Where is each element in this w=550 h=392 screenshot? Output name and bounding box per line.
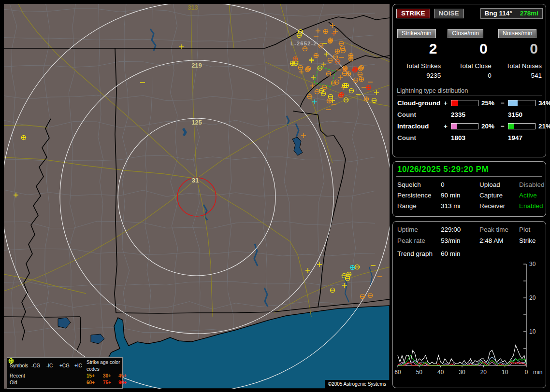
svg-text:20: 20 (529, 294, 536, 301)
svg-text:50: 50 (416, 369, 423, 376)
noises-column: Noises/min 0 Total Noises 541 (498, 28, 542, 79)
legend-col-neg-cg: -CG (31, 363, 46, 369)
peak-time-value: 2:48 AM (479, 237, 519, 244)
strike-stats-panel: STRIKE NOISE Bng 114° 278mi Strikes/min … (392, 4, 546, 157)
bearing-range-badge: Bng 114° 278mi (480, 8, 543, 19)
persistence-value: 90 min (441, 192, 479, 199)
svg-text:L-2652-2: L-2652-2 (290, 41, 317, 46)
squelch-value: 0 (441, 181, 479, 188)
cg-plus-count: 2335 (451, 111, 479, 118)
ic-minus-percent: 21% (536, 123, 550, 130)
noises-per-min-chip[interactable]: Noises/min (498, 29, 537, 38)
uptime-value: 229:00 (441, 226, 479, 233)
strikes-per-min-value: 2 (397, 41, 441, 56)
age-code-90: 90+ (118, 379, 133, 386)
cg-minus-sign: − (501, 99, 508, 107)
cg-plus-sign: + (444, 99, 451, 107)
ic-minus-sign: − (501, 123, 508, 130)
total-close-value: 0 (448, 72, 491, 79)
ic-plus-sign: + (444, 123, 451, 130)
capture-value: Active (519, 192, 545, 199)
receiver-label: Receiver (479, 202, 519, 210)
age-code-30: 30+ (103, 373, 118, 379)
ic-count-label: Count (397, 134, 444, 141)
svg-text:40: 40 (437, 369, 444, 376)
svg-text:125: 125 (191, 119, 202, 126)
total-noises-label: Total Noises (498, 62, 542, 70)
svg-text:31: 31 (192, 177, 199, 184)
cg-minus-percent: 34% (536, 99, 550, 107)
uptime-label: Uptime (397, 226, 441, 233)
svg-text:0: 0 (525, 369, 528, 376)
noise-mode-button[interactable]: NOISE (434, 9, 464, 18)
strikes-column: Strikes/min 2 Total Strikes 9235 (397, 28, 441, 79)
map-canvas: 31321912531L-2652-2 (4, 4, 390, 389)
legend-row-old-label: Old (10, 379, 31, 386)
upload-value: Disabled (519, 181, 545, 188)
svg-text:60: 60 (394, 369, 401, 376)
legend-age-header: Strike age color codes (87, 359, 133, 373)
ic-plus-count: 1803 (451, 134, 479, 141)
close-per-min-value: 0 (448, 41, 491, 56)
legend-row-recent-label: Recent (10, 373, 31, 379)
datetime-display: 10/26/2025 5:29:20 PM (396, 164, 542, 177)
legend-col-pos-ic: +IC (74, 363, 87, 369)
total-close-label: Total Close (448, 62, 491, 70)
legend-col-neg-ic: -IC (46, 363, 59, 369)
trend-graph-label: Trend graph (397, 250, 441, 257)
age-code-15: 15+ (87, 373, 103, 379)
range-value: 278mi (520, 10, 538, 17)
peak-rate-label: Peak rate (397, 237, 441, 244)
total-noises-value: 541 (498, 72, 542, 79)
intracloud-label: Intracloud (397, 123, 444, 130)
strike-mode-button[interactable]: STRIKE (396, 9, 430, 18)
svg-text:10: 10 (529, 328, 536, 335)
cloud-ground-label: Cloud-ground (397, 99, 444, 107)
age-code-45: 45+ (118, 373, 133, 379)
strikes-per-min-chip[interactable]: Strikes/min (397, 29, 436, 38)
ic-plus-bar (451, 123, 478, 129)
age-code-60: 60+ (87, 379, 103, 386)
receiver-value: Enabled (519, 202, 545, 210)
range-label: Range (397, 202, 441, 210)
copyright-notice: ©2005 Astrogenic Systems (325, 380, 390, 389)
trend-graph: 1020306050403020100min (393, 258, 546, 387)
age-code-75: 75+ (103, 379, 118, 386)
capture-label: Capture (479, 192, 519, 199)
peak-time-label: Peak time (479, 226, 519, 233)
cg-count-label: Count (397, 111, 444, 118)
ic-plus-percent: 20% (479, 123, 501, 130)
close-column: Close/min 0 Total Close 0 (448, 28, 491, 79)
svg-text:313: 313 (188, 4, 198, 11)
range-setting-value: 313 mi (441, 202, 479, 210)
status-panel: 10/26/2025 5:29:20 PM Squelch 0 Upload D… (392, 161, 546, 217)
svg-text:20: 20 (480, 369, 487, 376)
total-strikes-value: 9235 (397, 72, 441, 79)
cg-minus-count: 3150 (508, 111, 536, 118)
lightning-map[interactable]: 31321912531L-2652-2 Symbols -CG -IC +CG … (4, 4, 390, 389)
noises-per-min-value: 0 (498, 41, 542, 56)
distribution-title: Lightning type distribution (397, 87, 542, 96)
ic-minus-bar (508, 123, 536, 129)
squelch-label: Squelch (397, 181, 441, 188)
svg-text:30: 30 (459, 369, 465, 376)
svg-text:10: 10 (502, 369, 508, 376)
cg-plus-percent: 25% (479, 99, 501, 107)
ic-minus-count: 1947 (508, 134, 536, 141)
plot-value: Strike (519, 237, 541, 244)
svg-text:219: 219 (191, 62, 202, 69)
plot-label: Plot (519, 226, 541, 233)
trend-graph-value: 60 min (441, 250, 479, 257)
peak-rate-value: 53/min (441, 237, 479, 244)
upload-label: Upload (479, 181, 519, 188)
bearing-label: Bng 114° (485, 10, 512, 17)
cg-minus-bar (508, 100, 536, 106)
legend-col-pos-cg: +CG (59, 363, 74, 369)
svg-text:min: min (533, 369, 542, 376)
close-per-min-chip[interactable]: Close/min (448, 29, 483, 38)
svg-text:30: 30 (529, 261, 536, 267)
total-strikes-label: Total Strikes (397, 62, 441, 70)
cg-plus-bar (451, 100, 478, 106)
persistence-label: Persistence (397, 192, 441, 199)
map-legend: Symbols -CG -IC +CG +IC Strike age color… (7, 357, 123, 389)
